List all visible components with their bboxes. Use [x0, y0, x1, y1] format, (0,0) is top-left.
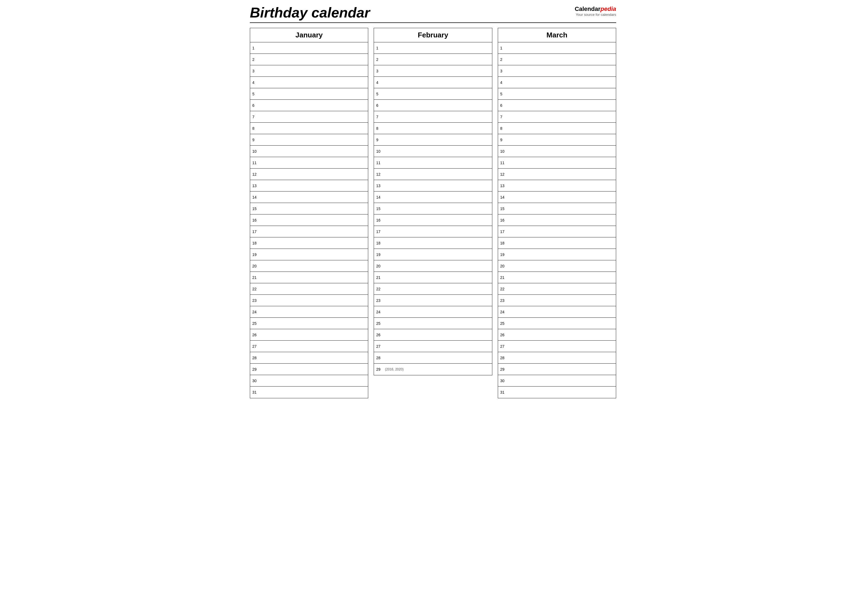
table-row: 9 — [374, 134, 492, 146]
table-row: 7 — [498, 111, 616, 123]
table-row: 24 — [498, 306, 616, 318]
table-row: 12 — [250, 168, 368, 180]
day-number: 21 — [374, 274, 384, 281]
table-row: 16 — [498, 214, 616, 226]
day-number: 7 — [374, 114, 384, 120]
table-row: 30 — [498, 375, 616, 387]
table-row: 11 — [374, 157, 492, 168]
day-number: 26 — [374, 332, 384, 338]
day-number: 17 — [498, 228, 508, 235]
day-number: 1 — [374, 45, 384, 51]
day-number: 14 — [498, 194, 508, 201]
day-number: 19 — [374, 251, 384, 258]
table-row: 20 — [374, 260, 492, 272]
table-row: 17 — [374, 226, 492, 237]
day-number: 16 — [374, 217, 384, 223]
table-row: 27 — [374, 341, 492, 352]
day-number: 3 — [498, 68, 508, 74]
logo-subtitle: Your source for calendars — [576, 13, 616, 17]
day-number: 16 — [498, 217, 508, 223]
day-number: 25 — [250, 320, 260, 327]
table-row: 10 — [498, 146, 616, 157]
table-row: 9 — [498, 134, 616, 146]
day-number: 17 — [374, 228, 384, 235]
day-number: 6 — [374, 102, 384, 109]
table-row: 1 — [374, 42, 492, 54]
day-number: 27 — [498, 343, 508, 350]
month-header-january: January — [250, 28, 368, 42]
day-number: 22 — [250, 286, 260, 292]
month-january: January123456789101112131415161718192021… — [250, 28, 368, 398]
day-number: 6 — [250, 102, 260, 109]
table-row: 8 — [498, 123, 616, 134]
table-row: 29 — [250, 364, 368, 375]
month-march: March12345678910111213141516171819202122… — [498, 28, 616, 398]
day-number: 8 — [498, 125, 508, 132]
table-row: 21 — [498, 272, 616, 283]
table-row: 16 — [250, 214, 368, 226]
table-row: 27 — [498, 341, 616, 352]
day-number: 20 — [498, 263, 508, 269]
table-row: 15 — [250, 203, 368, 214]
day-number: 7 — [498, 114, 508, 120]
month-february: February12345678910111213141516171819202… — [374, 28, 492, 376]
table-row: 6 — [374, 100, 492, 111]
table-row: 17 — [250, 226, 368, 237]
table-row: 12 — [374, 168, 492, 180]
table-row: 15 — [498, 203, 616, 214]
day-number: 24 — [498, 309, 508, 315]
table-row: 24 — [374, 306, 492, 318]
table-row: 22 — [498, 283, 616, 295]
day-number: 14 — [250, 194, 260, 201]
day-number: 9 — [374, 137, 384, 143]
table-row: 25 — [250, 318, 368, 329]
day-number: 18 — [250, 240, 260, 247]
table-row: 9 — [250, 134, 368, 146]
day-number: 22 — [374, 286, 384, 292]
table-row: 18 — [374, 237, 492, 249]
table-row: 13 — [498, 180, 616, 192]
day-number: 21 — [498, 274, 508, 281]
day-number: 8 — [250, 125, 260, 132]
table-row: 4 — [374, 77, 492, 88]
day-number: 27 — [250, 343, 260, 350]
table-row: 5 — [374, 88, 492, 100]
table-row: 31 — [250, 387, 368, 398]
month-header-march: March — [498, 28, 616, 42]
day-number: 1 — [250, 45, 260, 51]
table-row: 8 — [250, 123, 368, 134]
day-number: 2 — [250, 56, 260, 63]
table-row: 28 — [498, 352, 616, 364]
table-row: 2 — [498, 54, 616, 65]
table-row: 15 — [374, 203, 492, 214]
day-number: 30 — [250, 377, 260, 384]
table-row: 31 — [498, 387, 616, 398]
table-row: 29(2016, 2020) — [374, 364, 492, 375]
table-row: 19 — [498, 249, 616, 260]
table-row: 14 — [250, 192, 368, 203]
table-row: 2 — [250, 54, 368, 65]
table-row: 30 — [250, 375, 368, 387]
table-row: 18 — [250, 237, 368, 249]
month-header-february: February — [374, 28, 492, 42]
table-row: 21 — [250, 272, 368, 283]
calendars-container: January123456789101112131415161718192021… — [250, 28, 616, 398]
table-row: 26 — [250, 329, 368, 341]
logo-pedia-part: pedia — [601, 5, 616, 12]
day-number: 23 — [498, 297, 508, 304]
table-row: 11 — [498, 157, 616, 168]
table-row: 3 — [498, 65, 616, 77]
table-row: 6 — [498, 100, 616, 111]
day-number: 14 — [374, 194, 384, 201]
table-row: 8 — [374, 123, 492, 134]
day-number: 11 — [250, 160, 260, 166]
day-number: 13 — [374, 182, 384, 189]
table-row: 26 — [374, 329, 492, 341]
table-row: 14 — [498, 192, 616, 203]
page-header: Birthday calendar Calendarpedia Your sou… — [250, 5, 616, 23]
day-number: 5 — [498, 91, 508, 97]
day-number: 1 — [498, 45, 508, 51]
table-row: 16 — [374, 214, 492, 226]
table-row: 2 — [374, 54, 492, 65]
day-number: 11 — [498, 160, 508, 166]
